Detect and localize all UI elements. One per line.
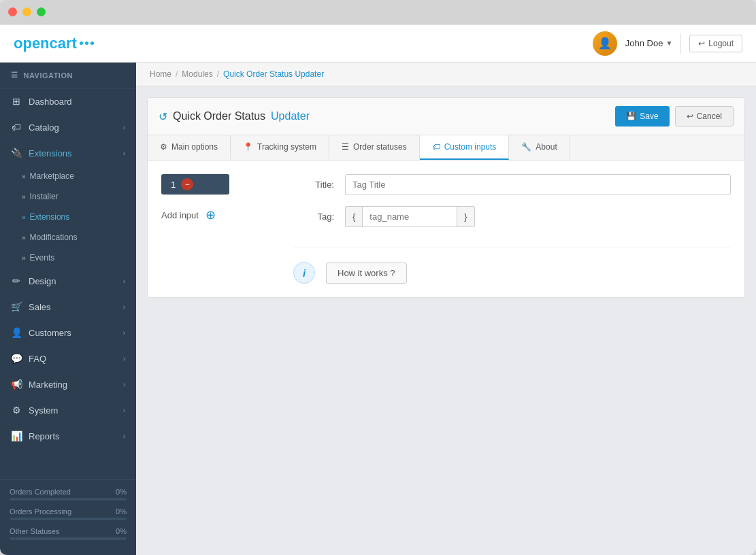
add-input-button[interactable]: ⊕ bbox=[204, 208, 218, 222]
cancel-button[interactable]: ↩ Cancel bbox=[675, 106, 734, 127]
stat-bar-bg bbox=[10, 537, 127, 540]
chevron-down-icon: ▼ bbox=[665, 39, 672, 47]
logo-dot-3 bbox=[91, 41, 94, 45]
sidebar-item-faq[interactable]: 💬 FAQ › bbox=[0, 346, 136, 371]
tag-label: Tag: bbox=[293, 212, 334, 222]
breadcrumb-current: Quick Order Status Updater bbox=[223, 69, 324, 79]
sidebar-item-catalog[interactable]: 🏷 Catalog › bbox=[0, 114, 136, 140]
window: opencart 👤 John Doe ▼ ↩ Logout bbox=[0, 0, 756, 555]
catalog-icon: 🏷 bbox=[11, 122, 22, 133]
design-arrow: › bbox=[123, 278, 125, 285]
sales-icon: 🛒 bbox=[11, 301, 22, 312]
system-arrow: › bbox=[123, 407, 125, 414]
tab-custom-inputs[interactable]: 🏷 Custom inputs bbox=[420, 135, 510, 160]
tag-name-input[interactable] bbox=[362, 206, 457, 227]
page-wrapper: ↺ Quick Order Status Updater 💾 Save bbox=[136, 86, 756, 309]
sidebar-item-extensions-sub[interactable]: » Extensions bbox=[0, 207, 136, 227]
info-icon: i bbox=[293, 262, 315, 284]
page-title: ↺ Quick Order Status Updater bbox=[159, 110, 310, 123]
minimize-dot[interactable] bbox=[22, 7, 31, 16]
close-dot[interactable] bbox=[8, 7, 17, 16]
input-badge: 1 − bbox=[161, 174, 229, 195]
title-bar bbox=[0, 0, 756, 24]
faq-arrow: › bbox=[123, 355, 125, 363]
sidebar-item-customers[interactable]: 👤 Customers › bbox=[0, 320, 136, 346]
input-list: 1 − Add input ⊕ bbox=[161, 174, 263, 284]
bullet-icon: » bbox=[22, 214, 26, 221]
input-form: Title: Tag: { bbox=[293, 174, 731, 284]
sidebar-item-system[interactable]: ⚙ System › bbox=[0, 397, 136, 423]
breadcrumb-modules[interactable]: Modules bbox=[182, 69, 212, 79]
main-layout: ☰ NAVIGATION ⊞ Dashboard 🏷 Catalog › bbox=[0, 63, 756, 555]
wrench-icon: 🔧 bbox=[521, 142, 531, 152]
title-input[interactable] bbox=[345, 174, 731, 195]
tag-close-brace: } bbox=[457, 206, 474, 227]
card-actions: 💾 Save ↩ Cancel bbox=[615, 106, 734, 127]
list-icon: ☰ bbox=[342, 142, 349, 152]
logo-dot-2 bbox=[85, 41, 88, 45]
title-label: Title: bbox=[293, 180, 334, 190]
cancel-icon: ↩ bbox=[687, 112, 693, 121]
main-card: ↺ Quick Order Status Updater 💾 Save bbox=[147, 97, 745, 298]
breadcrumb: Home / Modules / Quick Order Status Upda… bbox=[136, 63, 756, 86]
sidebar-item-marketplace[interactable]: » Marketplace bbox=[0, 166, 136, 186]
sidebar-item-marketing[interactable]: 📢 Marketing › bbox=[0, 371, 136, 397]
bullet-icon: » bbox=[22, 173, 26, 180]
tag-open-brace: { bbox=[345, 206, 362, 227]
pin-icon: 📍 bbox=[243, 142, 253, 152]
reports-arrow: › bbox=[123, 433, 125, 440]
sidebar-item-reports[interactable]: 📊 Reports › bbox=[0, 423, 136, 449]
reports-icon: 📊 bbox=[11, 431, 22, 441]
design-icon: ✏ bbox=[11, 275, 22, 286]
user-name-button[interactable]: John Doe ▼ bbox=[625, 38, 673, 48]
tab-content-custom-inputs: 1 − Add input ⊕ bbox=[148, 161, 744, 297]
sidebar-item-design[interactable]: ✏ Design › bbox=[0, 268, 136, 294]
stat-row-orders-processing: Orders Processing 0% bbox=[10, 507, 127, 520]
stat-bar-bg bbox=[10, 498, 127, 501]
add-input-row[interactable]: Add input ⊕ bbox=[161, 205, 263, 224]
maximize-dot[interactable] bbox=[37, 7, 46, 16]
content-area: Home / Modules / Quick Order Status Upda… bbox=[136, 63, 756, 555]
how-it-works-button[interactable]: How it works ? bbox=[326, 263, 407, 284]
tab-order-statuses[interactable]: ☰ Order statuses bbox=[329, 135, 420, 160]
logo: opencart bbox=[14, 35, 94, 52]
gear-icon: ⚙ bbox=[160, 142, 167, 152]
catalog-arrow: › bbox=[123, 124, 125, 131]
tabs: ⚙ Main options 📍 Tracking system ☰ Order… bbox=[148, 135, 744, 161]
sidebar-item-installer[interactable]: » Installer bbox=[0, 186, 136, 207]
sidebar-stats: Orders Completed 0% Orders Processing 0% bbox=[0, 479, 136, 555]
sidebar-item-modifications[interactable]: » Modifications bbox=[0, 227, 136, 248]
logout-button[interactable]: ↩ Logout bbox=[689, 35, 742, 52]
save-button[interactable]: 💾 Save bbox=[615, 106, 669, 127]
sidebar-item-events[interactable]: » Events bbox=[0, 248, 136, 268]
tag-field-row: Tag: { } bbox=[293, 206, 731, 227]
customers-icon: 👤 bbox=[11, 327, 22, 338]
customers-arrow: › bbox=[123, 329, 125, 337]
breadcrumb-home[interactable]: Home bbox=[150, 69, 171, 79]
logo-dots bbox=[80, 41, 94, 45]
tab-about[interactable]: 🔧 About bbox=[509, 135, 570, 160]
bullet-icon: » bbox=[22, 254, 26, 262]
stat-row-other-statuses: Other Statuses 0% bbox=[10, 527, 127, 540]
sidebar: ☰ NAVIGATION ⊞ Dashboard 🏷 Catalog › bbox=[0, 63, 136, 555]
sidebar-item-extensions[interactable]: 🔌 Extensions › bbox=[0, 140, 136, 166]
faq-icon: 💬 bbox=[11, 353, 22, 364]
avatar: 👤 bbox=[593, 31, 617, 56]
extensions-icon: 🔌 bbox=[11, 148, 22, 158]
refresh-icon: ↺ bbox=[159, 110, 167, 123]
logo-dot-1 bbox=[80, 41, 83, 45]
tag-icon: 🏷 bbox=[432, 142, 440, 152]
bullet-icon: » bbox=[22, 234, 26, 241]
marketing-arrow: › bbox=[123, 381, 125, 388]
hamburger-icon: ☰ bbox=[11, 71, 18, 80]
topbar: opencart 👤 John Doe ▼ ↩ Logout bbox=[0, 24, 756, 63]
sales-arrow: › bbox=[123, 303, 125, 311]
tag-input-group: { } bbox=[345, 206, 475, 227]
tab-main-options[interactable]: ⚙ Main options bbox=[148, 135, 231, 160]
system-icon: ⚙ bbox=[11, 405, 22, 416]
remove-input-button[interactable]: − bbox=[181, 178, 193, 190]
sidebar-item-sales[interactable]: 🛒 Sales › bbox=[0, 294, 136, 320]
tab-tracking-system[interactable]: 📍 Tracking system bbox=[231, 135, 329, 160]
sidebar-item-dashboard[interactable]: ⊞ Dashboard bbox=[0, 88, 136, 114]
stat-row-orders-completed: Orders Completed 0% bbox=[10, 488, 127, 501]
